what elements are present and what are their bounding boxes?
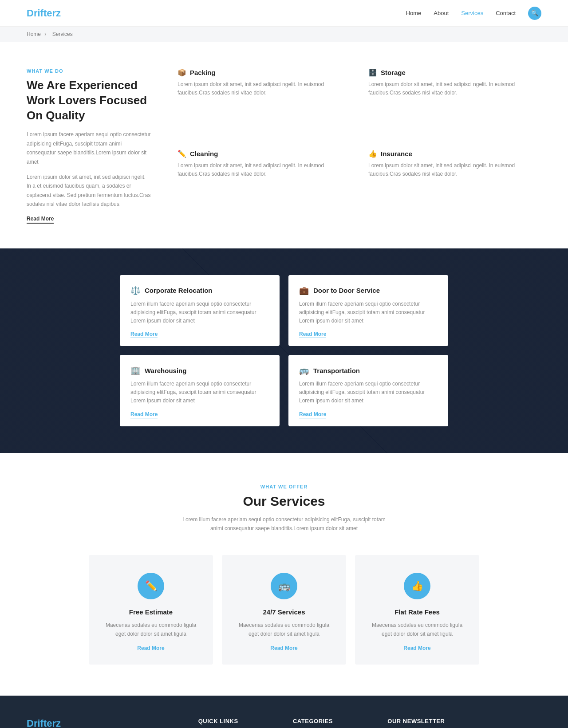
footer-brand-col: Drifterz Lorem ipsum dolor sit amet cons…	[27, 718, 181, 728]
service-insurance: 👍 Insurance Lorem ipsum dolor sit amet, …	[368, 150, 541, 222]
footer-newsletter-title: OUR NEWSLETTER	[387, 718, 541, 724]
247-icon-circle: 🚌	[271, 573, 297, 599]
breadcrumb-current: Services	[52, 31, 73, 37]
footer-logo: Drifterz	[27, 718, 181, 728]
search-button[interactable]: 🔍	[528, 7, 541, 20]
breadcrumb-home[interactable]: Home	[27, 31, 41, 37]
insurance-title: Insurance	[381, 150, 412, 157]
what-we-do-body2: Lorem ipsum dolor sit amet, init sed adi…	[27, 173, 151, 209]
our-services-eyebrow: WHAT WE OFFER	[27, 484, 541, 489]
footer-quick-links-title: QUICK LINKS	[198, 718, 275, 724]
warehousing-body: Lorem illum facere aperiam sequi optio c…	[130, 380, 269, 405]
logo-text: Drifter	[27, 8, 56, 19]
our-services-subtitle: Lorem illum facere aperiam sequi optio c…	[178, 515, 390, 533]
footer-quick-links-col: QUICK LINKS Home About Services Contact	[198, 718, 275, 728]
footer-categories-title: CATEGORIES	[293, 718, 370, 724]
our-services-section: WHAT WE OFFER Our Services Lorem illum f…	[0, 453, 568, 696]
insurance-icon: 👍	[368, 150, 377, 158]
footer: Drifterz Lorem ipsum dolor sit amet cons…	[0, 696, 568, 728]
card-corporate-relocation: ⚖️ Corporate Relocation Lorem illum face…	[120, 275, 280, 346]
free-estimate-icon-circle: ✏️	[138, 573, 164, 599]
service-card-247: 🚌 24/7 Services Maecenas sodales eu comm…	[222, 555, 346, 664]
warehousing-title: Warehousing	[145, 367, 186, 374]
cleaning-body: Lorem ipsum dolor sit amet, init sed adi…	[178, 161, 351, 178]
transportation-body: Lorem illum facere aperiam sequi optio c…	[299, 380, 438, 405]
free-estimate-link[interactable]: Read More	[137, 645, 164, 651]
nav-contact[interactable]: Contact	[496, 10, 516, 16]
main-nav: Home About Services Contact 🔍	[406, 7, 541, 20]
transportation-title: Transportation	[313, 367, 360, 374]
warehousing-link[interactable]: Read More	[130, 411, 158, 418]
footer-newsletter-col: OUR NEWSLETTER Subscribe	[387, 718, 541, 728]
breadcrumb: Home › Services	[0, 27, 568, 42]
cleaning-icon: ✏️	[178, 150, 186, 158]
247-text: Maecenas sodales eu commodo ligula eget …	[235, 621, 333, 638]
warehousing-icon: 🏢	[130, 366, 140, 375]
header: Drifterz Home About Services Contact 🔍	[0, 0, 568, 27]
services-cards-container: ✏️ Free Estimate Maecenas sodales eu com…	[27, 555, 541, 664]
door-to-door-link[interactable]: Read More	[299, 331, 326, 338]
footer-categories-col: CATEGORIES Express Material Furniture Ve…	[293, 718, 370, 728]
corporate-relocation-icon: ⚖️	[130, 286, 140, 295]
card-transportation: 🚌 Transportation Lorem illum facere aper…	[288, 355, 448, 426]
what-we-do-read-more[interactable]: Read More	[27, 216, 54, 224]
nav-about[interactable]: About	[434, 10, 449, 16]
flat-rate-icon-circle: 👍	[404, 573, 430, 599]
transportation-icon: 🚌	[299, 366, 309, 375]
footer-top: Drifterz Lorem ipsum dolor sit amet cons…	[27, 718, 541, 728]
storage-body: Lorem ipsum dolor sit amet, init sed adi…	[368, 80, 541, 97]
packing-body: Lorem ipsum dolor sit amet, init sed adi…	[178, 80, 351, 97]
transportation-link[interactable]: Read More	[299, 411, 326, 418]
service-card-free-estimate: ✏️ Free Estimate Maecenas sodales eu com…	[89, 555, 213, 664]
what-we-do-section: WHAT WE DO We Are Experienced Work Lover…	[0, 42, 568, 248]
service-cleaning: ✏️ Cleaning Lorem ipsum dolor sit amet, …	[178, 150, 351, 222]
247-icon: 🚌	[278, 580, 290, 592]
nav-services[interactable]: Services	[461, 10, 483, 16]
corporate-relocation-title: Corporate Relocation	[145, 287, 213, 294]
flat-rate-icon: 👍	[411, 580, 423, 592]
dark-section: ⚖️ Corporate Relocation Lorem illum face…	[0, 248, 568, 453]
flat-rate-text: Maecenas sodales eu commodo ligula eget …	[368, 621, 466, 638]
cleaning-title: Cleaning	[190, 150, 218, 157]
storage-icon: 🗄️	[368, 68, 377, 77]
our-services-title: Our Services	[27, 494, 541, 509]
logo[interactable]: Drifterz	[27, 8, 61, 19]
packing-title: Packing	[190, 69, 216, 76]
what-we-do-left: WHAT WE DO We Are Experienced Work Lover…	[27, 68, 151, 222]
packing-icon: 📦	[178, 68, 186, 77]
insurance-body: Lorem ipsum dolor sit amet, init sed adi…	[368, 161, 541, 178]
247-heading: 24/7 Services	[235, 608, 333, 616]
free-estimate-text: Maecenas sodales eu commodo ligula eget …	[102, 621, 200, 638]
door-to-door-title: Door to Door Service	[313, 287, 380, 294]
what-we-do-body1: Lorem ipsum facere aperiam sequi optio c…	[27, 130, 151, 166]
what-we-do-right: 📦 Packing Lorem ipsum dolor sit amet, in…	[178, 68, 541, 222]
door-to-door-body: Lorem illum facere aperiam sequi optio c…	[299, 300, 438, 326]
door-to-door-icon: 💼	[299, 286, 309, 295]
free-estimate-heading: Free Estimate	[102, 608, 200, 616]
service-storage: 🗄️ Storage Lorem ipsum dolor sit amet, i…	[368, 68, 541, 141]
what-we-do-eyebrow: WHAT WE DO	[27, 68, 151, 74]
free-estimate-icon: ✏️	[145, 580, 157, 592]
card-door-to-door: 💼 Door to Door Service Lorem illum facer…	[288, 275, 448, 346]
cards-grid: ⚖️ Corporate Relocation Lorem illum face…	[120, 275, 448, 426]
card-warehousing: 🏢 Warehousing Lorem illum facere aperiam…	[120, 355, 280, 426]
nav-home[interactable]: Home	[406, 10, 422, 16]
247-link[interactable]: Read More	[270, 645, 297, 651]
service-packing: 📦 Packing Lorem ipsum dolor sit amet, in…	[178, 68, 351, 141]
storage-title: Storage	[381, 69, 406, 76]
flat-rate-heading: Flat Rate Fees	[368, 608, 466, 616]
what-we-do-title: We Are Experienced Work Lovers Focused O…	[27, 78, 151, 123]
service-card-flat-rate: 👍 Flat Rate Fees Maecenas sodales eu com…	[355, 555, 479, 664]
logo-accent: z	[56, 8, 61, 19]
corporate-relocation-link[interactable]: Read More	[130, 331, 158, 338]
corporate-relocation-body: Lorem illum facere aperiam sequi optio c…	[130, 300, 269, 326]
flat-rate-link[interactable]: Read More	[403, 645, 430, 651]
